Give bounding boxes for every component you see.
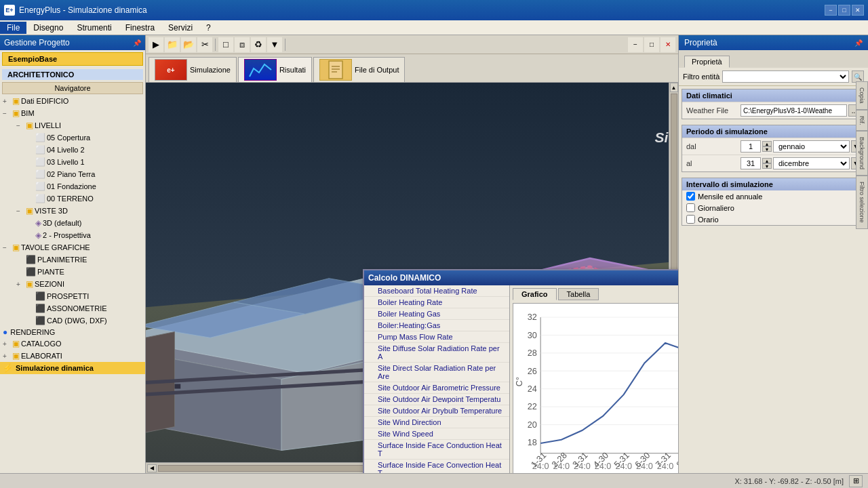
tree-item-02pianoterra[interactable]: ⬜02 Piano Terra <box>0 168 145 180</box>
tree-label: 03 Livello 1 <box>47 158 85 166</box>
al-month-select[interactable]: dicembre <box>773 157 850 169</box>
tree-item-viste3d[interactable]: −▣VISTE 3D <box>0 205 145 217</box>
filter-label: Filtro entità <box>683 73 719 81</box>
chart-tabs: Grafico Tabella <box>513 288 678 300</box>
filter-select[interactable] <box>723 71 848 82</box>
tree-item-elaborati[interactable]: +▣ELABORATI <box>0 350 145 362</box>
svg-text:30: 30 <box>528 331 537 340</box>
side-tab-filtro[interactable]: Filtro selezione <box>856 176 868 229</box>
check-orario[interactable] <box>686 215 695 224</box>
tree-item-cad[interactable]: ⬛CAD (DWG, DXF) <box>0 314 145 327</box>
list-item-barometric[interactable]: Site Outdoor Air Barometric Pressure <box>364 382 509 394</box>
tree-item-tavole[interactable]: −▣TAVOLE GRAFICHE <box>0 241 145 253</box>
tree-view: + ▣ Dati EDIFICIO − ▣ BIM − ▣ LIVELLI <box>0 95 145 473</box>
al-day-input[interactable] <box>741 157 761 169</box>
tree-item-livelli[interactable]: − ▣ LIVELLI <box>0 119 145 131</box>
tb-open2-btn[interactable]: 📂 <box>181 37 196 52</box>
list-item-boiler-gas2[interactable]: Boiler:Heating:Gas <box>364 320 509 331</box>
tree-item-3ddefault[interactable]: ◈3D (default) <box>0 217 145 229</box>
side-tab-copia[interactable]: Copia <box>856 81 868 110</box>
tree-item-edificio[interactable]: + ▣ Dati EDIFICIO <box>0 95 145 107</box>
tree-item-04livello2[interactable]: ⬜04 Livello 2 <box>0 144 145 156</box>
minimize-button[interactable]: − <box>825 5 837 16</box>
list-item-direct[interactable]: Site Direct Solar Radiation Rate per Are <box>364 363 509 382</box>
tab-grafico[interactable]: Grafico <box>513 288 557 300</box>
tree-item-sezioni[interactable]: +▣SEZIONI <box>0 278 145 290</box>
menu-finestra[interactable]: Finestra <box>119 22 161 34</box>
tree-item-rendering[interactable]: ● RENDERING <box>0 327 145 338</box>
list-item-boiler-gas[interactable]: Boiler Heating Gas <box>364 308 509 320</box>
tree-item-planimetrie[interactable]: ⬛PLANIMETRIE <box>0 253 145 266</box>
tab-file-output[interactable]: File di Output <box>313 57 405 82</box>
tree-item-assonometrie[interactable]: ⬛ASSONOMETRIE <box>0 302 145 314</box>
list-item-boiler-rate[interactable]: Boiler Heating Rate <box>364 297 509 308</box>
view-max-btn[interactable]: □ <box>644 37 659 52</box>
right-panel-pin-icon[interactable]: 📌 <box>854 39 863 47</box>
list-item-drybulb[interactable]: Site Outdoor Air Drybulb Temperature <box>364 405 509 417</box>
al-day-up[interactable]: ▲ <box>762 158 772 163</box>
dal-day-down[interactable]: ▼ <box>762 146 772 152</box>
side-tab-rif[interactable]: Rif. <box>856 110 868 131</box>
check-giornaliero[interactable] <box>686 203 695 212</box>
dal-row: dal ▲ ▼ gennaio ▼ <box>682 138 865 155</box>
left-panel-title: Gestione Progetto <box>4 38 70 47</box>
tb-refresh-btn[interactable]: ♻ <box>251 37 266 52</box>
list-item-inside-conduction[interactable]: Surface Inside Face Conduction Heat T <box>364 440 509 460</box>
tree-item-catalogo[interactable]: +▣CATALOGO <box>0 338 145 350</box>
dal-day-input[interactable] <box>741 140 761 152</box>
left-panel-header: Gestione Progetto 📌 <box>0 35 145 50</box>
list-item-wind-speed[interactable]: Site Wind Speed <box>364 428 509 440</box>
tree-item-piante[interactable]: ⬛PIANTE <box>0 266 145 278</box>
list-item-diffuse[interactable]: Site Diffuse Solar Radiation Rate per A <box>364 343 509 363</box>
close-button[interactable]: ✕ <box>852 5 864 16</box>
tab-simulazione[interactable]: e+ Simulazione <box>149 57 237 82</box>
list-item-inside-convection[interactable]: Surface Inside Face Convection Heat T <box>364 460 509 473</box>
tb-open-btn[interactable]: 📁 <box>165 37 180 52</box>
list-item-dewpoint[interactable]: Site Outdoor Air Dewpoint Temperatu <box>364 394 509 405</box>
menu-servizi[interactable]: Servizi <box>161 22 199 34</box>
tree-label: RENDERING <box>10 328 55 336</box>
tree-item-prospettiva[interactable]: ◈2 - Prospettiva <box>0 229 145 241</box>
props-tab[interactable]: Proprietà <box>684 56 730 68</box>
menu-file[interactable]: File <box>0 22 26 34</box>
al-day-down[interactable]: ▼ <box>762 163 772 169</box>
svg-text:28: 28 <box>528 348 537 358</box>
tree-item-sim-dinamica[interactable]: ⚡ Simulazione dinamica <box>0 362 145 374</box>
tree-item-03livello1[interactable]: ⬜03 Livello 1 <box>0 156 145 168</box>
menu-help[interactable]: ? <box>199 22 218 34</box>
tb-cut-btn[interactable]: ✂ <box>197 37 212 52</box>
scroll-up-btn[interactable]: ▲ <box>670 83 678 92</box>
menu-disegno[interactable]: Disegno <box>26 22 70 34</box>
dal-day-up[interactable]: ▲ <box>762 141 772 146</box>
project-name[interactable]: EsempioBase <box>2 52 143 66</box>
main-tabs: e+ Simulazione Risultati File di Output <box>146 54 678 83</box>
view-min-btn[interactable]: − <box>628 37 643 52</box>
tree-item-05copertura[interactable]: ⬜05 Copertura <box>0 131 145 144</box>
tb-box-btn[interactable]: □ <box>218 37 233 52</box>
menu-strumenti[interactable]: Strumenti <box>70 22 118 34</box>
list-item-pump[interactable]: Pump Mass Flow Rate <box>364 331 509 343</box>
list-item-baseboard[interactable]: Baseboard Total Heating Rate <box>364 285 509 297</box>
tree-label: Simulazione dinamica <box>16 364 94 372</box>
tree-item-prospetti[interactable]: ⬛PROSPETTI <box>0 290 145 302</box>
calc-output-list[interactable]: Baseboard Total Heating Rate Boiler Heat… <box>364 285 510 473</box>
maximize-button[interactable]: □ <box>838 5 850 16</box>
side-tab-background[interactable]: Background <box>856 131 868 176</box>
grid-toggle-btn[interactable]: ⊞ <box>849 475 863 487</box>
tb-play-btn[interactable]: ▶ <box>149 37 163 52</box>
tab-risultati[interactable]: Risultati <box>238 57 312 82</box>
tree-item-01fondazione[interactable]: ⬜01 Fondazione <box>0 180 145 192</box>
tree-item-bim[interactable]: − ▣ BIM <box>0 107 145 119</box>
calc-dialog-title-bar[interactable]: Calcolo DINAMICO − □ ✕ <box>364 270 678 285</box>
weather-input[interactable] <box>741 104 847 117</box>
view-close-btn[interactable]: ✕ <box>660 37 675 52</box>
tb-more-btn[interactable]: ▼ <box>267 37 282 52</box>
check-mensile[interactable] <box>686 192 695 201</box>
tb-grid-btn[interactable]: ⧈ <box>235 37 250 52</box>
dal-month-select[interactable]: gennaio <box>773 140 850 152</box>
scroll-left-btn[interactable]: ◀ <box>147 464 157 472</box>
tree-item-00terreno[interactable]: ⬜00 TERRENO <box>0 192 145 205</box>
push-pin-icon[interactable]: 📌 <box>133 39 141 47</box>
list-item-wind-dir[interactable]: Site Wind Direction <box>364 417 509 428</box>
tab-tabella[interactable]: Tabella <box>558 288 599 300</box>
